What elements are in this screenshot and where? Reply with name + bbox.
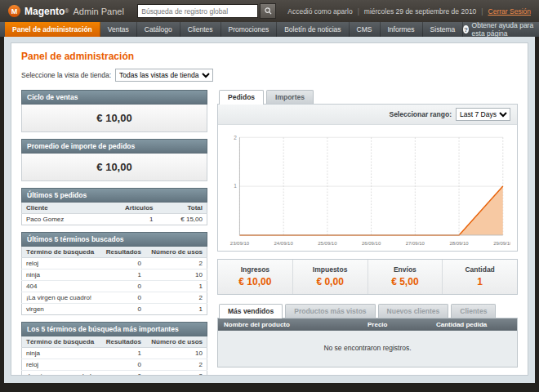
panel-title: Ciclo de ventas — [21, 90, 207, 105]
global-search — [137, 3, 276, 19]
current-date: miércoles 29 de septiembre de 2010 — [364, 7, 477, 16]
panel-title: Promedio de importe de pedidos — [21, 139, 207, 154]
last-orders-table: ClienteArtículosTotalPaco Gomez1€ 15,00 — [21, 203, 207, 225]
table-row: ninja110 — [22, 270, 207, 281]
nav-item-informes[interactable]: Informes — [381, 22, 423, 37]
average-orders-value: € 10,00 — [21, 154, 207, 181]
chart-wrap: 1223/09/1024/09/1025/09/1026/09/1027/09/… — [218, 125, 517, 251]
range-bar: Seleccionar rango: Last 7 Days — [218, 105, 517, 125]
magento-logo-icon: M — [8, 5, 20, 17]
help-icon: ? — [463, 25, 468, 33]
tab-nuevos-clientes[interactable]: Nuevos clientes — [378, 304, 449, 318]
logout-link[interactable]: Cerrar Sesión — [488, 7, 531, 16]
bottom-tabs: Más vendidosProductos más vistosNuevos c… — [217, 304, 518, 318]
orders-chart: 1223/09/1024/09/1025/09/1026/09/1027/09/… — [225, 130, 510, 249]
panel-title: Los 5 términos de búsqueda más important… — [21, 322, 207, 336]
column-header: Resultados — [100, 336, 145, 348]
empty-message: No se encontraron registros. — [218, 331, 518, 368]
last-orders-panel: Últimos 5 pedidos ClienteArtículosTotalP… — [21, 188, 207, 225]
page-title: Panel de administración — [21, 51, 518, 62]
logo-registered-mark: ® — [65, 8, 69, 14]
main-navbar: Panel de administraciónVentasCatálogoCli… — [0, 22, 539, 37]
magnifier-icon — [265, 7, 272, 15]
table-row: ¡La virgen que cuadro!02 — [22, 292, 207, 304]
lifetime-sales-panel: Ciclo de ventas € 10,00 — [21, 90, 207, 132]
nav-item-cat-logo[interactable]: Catálogo — [137, 22, 180, 37]
stat-cantidad: Cantidad1 — [442, 260, 517, 294]
global-search-input[interactable] — [137, 4, 258, 18]
left-column: Ciclo de ventas € 10,00 Promedio de impo… — [21, 90, 207, 376]
svg-text:29/09/10: 29/09/10 — [493, 241, 510, 246]
empty-row: No se encontraron registros. — [218, 331, 518, 368]
panel-title: Últimos 5 pedidos — [21, 188, 207, 203]
separator: | — [481, 7, 483, 16]
column-header: Precio — [362, 318, 430, 331]
products-header-row: Nombre del productoPrecioCantidad pedida — [218, 318, 518, 331]
last-search-table: Término de búsquedaResultadosNúmero de u… — [21, 247, 207, 315]
svg-text:27/09/10: 27/09/10 — [406, 241, 425, 246]
tab-m-s-vendidos[interactable]: Más vendidos — [219, 304, 283, 318]
stat-ingresos: Ingresos€ 10,00 — [218, 260, 292, 294]
nav-item-panel-de-administraci-n[interactable]: Panel de administración — [5, 22, 100, 37]
table-row: Paco Gomez1€ 15,00 — [22, 214, 207, 225]
store-view-label: Seleccione la vista de tienda: — [21, 71, 111, 79]
main-area: Panel de administración Seleccione la vi… — [4, 37, 535, 383]
help-link[interactable]: ? Obtener ayuda para esta página — [463, 22, 534, 37]
products-table: Nombre del productoPrecioCantidad pedida… — [217, 318, 518, 368]
svg-text:24/09/10: 24/09/10 — [274, 241, 294, 246]
nav-item-ventas[interactable]: Ventas — [100, 22, 137, 37]
app-header: M Magento ® Admin Panel Accedió como apa… — [0, 0, 539, 22]
table-row: virgen01 — [22, 304, 207, 315]
svg-text:23/09/10: 23/09/10 — [230, 241, 250, 246]
column-header: Total — [158, 203, 207, 214]
table-row: ninja110 — [22, 348, 207, 359]
column-header: Cliente — [22, 203, 98, 214]
svg-text:2: 2 — [234, 135, 237, 140]
search-button[interactable] — [260, 3, 276, 19]
nav-item-promociones[interactable]: Promociones — [221, 22, 278, 37]
logo-name: Magento — [24, 6, 65, 17]
tab-productos-m-s-vistos[interactable]: Productos más vistos — [285, 304, 375, 318]
column-header: Resultados — [100, 247, 145, 258]
table-row: reloj02 — [22, 359, 207, 371]
tab-pedidos[interactable]: Pedidos — [219, 90, 264, 105]
stat-env-os: Envíos€ 5,00 — [368, 260, 443, 294]
top-search-table: Término de búsquedaResultadosNúmero de u… — [21, 336, 207, 376]
store-view-row: Seleccione la vista de tienda: Todas las… — [21, 69, 518, 82]
products-table-head: Nombre del productoPrecioCantidad pedida — [218, 318, 518, 331]
content-box: Panel de administración Seleccione la vi… — [11, 42, 528, 376]
panel-title: Últimos 5 términos buscados — [21, 232, 207, 247]
nav-item-clientes[interactable]: Clientes — [180, 22, 221, 37]
column-header: Término de búsqueda — [22, 247, 101, 258]
column-header: Término de búsqueda — [22, 336, 101, 348]
column-header: Cantidad pedida — [430, 318, 518, 331]
nav-item-bolet-n-de-noticias[interactable]: Boletín de noticias — [277, 22, 349, 37]
svg-text:28/09/10: 28/09/10 — [449, 241, 469, 246]
svg-text:26/09/10: 26/09/10 — [362, 241, 381, 246]
last-search-panel: Últimos 5 términos buscados Término de b… — [21, 232, 207, 315]
store-view-select[interactable]: Todas las vistas de tienda — [115, 69, 213, 82]
average-orders-panel: Promedio de importe de pedidos € 10,00 — [21, 139, 207, 181]
nav-item-cms[interactable]: CMS — [350, 22, 381, 37]
tab-clientes[interactable]: Clientes — [451, 304, 496, 318]
nav-item-sistema[interactable]: Sistema — [423, 22, 464, 37]
nav-items: Panel de administraciónVentasCatálogoCli… — [5, 22, 463, 37]
diagram-tabs: PedidosImportes — [217, 90, 518, 104]
logo-suffix: Admin Panel — [74, 7, 124, 16]
chart-panel: Seleccionar rango: Last 7 Days 1223/09/1… — [217, 104, 518, 252]
range-label: Seleccionar rango: — [389, 110, 452, 118]
separator: | — [358, 7, 359, 16]
stat-impuestos: Impuestos€ 0,00 — [292, 260, 368, 294]
tab-importes[interactable]: Importes — [266, 90, 314, 104]
svg-text:1: 1 — [234, 183, 237, 189]
range-select[interactable]: Last 7 Days — [456, 108, 510, 121]
header-account-info: Accedió como aparlo | miércoles 29 de se… — [287, 7, 531, 16]
table-row: ¡La virgen que cuadro!02 — [22, 371, 207, 376]
stats-row: Ingresos€ 10,00Impuestos€ 0,00Envíos€ 5,… — [217, 259, 518, 295]
window-footer — [0, 383, 539, 392]
lifetime-sales-value: € 10,00 — [21, 105, 207, 132]
help-label: Obtener ayuda para esta página — [472, 21, 534, 38]
column-header: Número de usos — [145, 336, 207, 348]
svg-text:25/09/10: 25/09/10 — [318, 241, 337, 246]
dashboard-column: PedidosImportes Seleccionar rango: Last … — [217, 90, 518, 376]
